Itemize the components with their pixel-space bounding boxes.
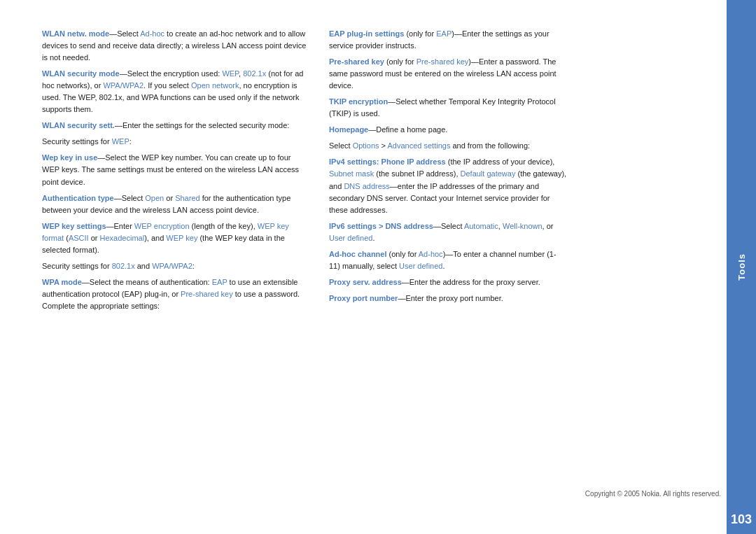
security-8021x-rest2: : bbox=[192, 262, 195, 270]
8021x-heading-link[interactable]: 802.1x bbox=[112, 262, 135, 270]
wep-encryption-link[interactable]: WEP encryption bbox=[134, 222, 190, 230]
open-link[interactable]: Open bbox=[145, 194, 164, 202]
well-known-link[interactable]: Well-known bbox=[503, 222, 542, 230]
advanced-settings-link[interactable]: Advanced settings bbox=[388, 141, 451, 150]
homepage-dash: —Define a home page. bbox=[368, 125, 447, 134]
ipv4-rest2: (the subnet IP address), bbox=[374, 169, 460, 178]
wpawpa2-heading-link[interactable]: WPA/WPA2 bbox=[152, 262, 192, 270]
security-wep-text: Security settings for bbox=[42, 137, 112, 146]
select-text: Select bbox=[329, 141, 353, 150]
proxy-port-number-para: Proxy port number—Enter the proxy port n… bbox=[329, 293, 567, 304]
wpawpa2-link[interactable]: WPA/WPA2 bbox=[103, 81, 144, 90]
ipv6-rest3: . bbox=[372, 234, 374, 242]
wep-key-rest3: or bbox=[89, 234, 100, 242]
8021x-link[interactable]: 802.1x bbox=[243, 69, 266, 78]
tkip-encryption-para: TKIP encryption—Select whether Temporal … bbox=[329, 96, 567, 120]
wpa-mode-para: WPA mode—Select the means of authenticat… bbox=[42, 276, 308, 312]
wlan-netw-mode-dash: —Select bbox=[109, 29, 140, 38]
security-8021x-text: Security settings for bbox=[42, 262, 112, 270]
adhoc-channel-para: Ad-hoc channel (only for Ad-hoc)—To ente… bbox=[329, 248, 567, 272]
proxy-port-dash: —Enter the proxy port number. bbox=[398, 294, 503, 302]
dns-address-link[interactable]: DNS address bbox=[344, 182, 389, 190]
subnet-mask-link[interactable]: Subnet mask bbox=[329, 169, 374, 178]
shared-link[interactable]: Shared bbox=[175, 194, 200, 202]
page-number-box: 103 bbox=[727, 505, 756, 534]
wep-key-in-use-label: Wep key in use bbox=[42, 153, 97, 162]
wep-key-rest2: ( bbox=[64, 234, 69, 242]
wep-key-settings-label: WEP key settings bbox=[42, 222, 106, 230]
security-8021x-heading-para: Security settings for 802.1x and WPA/WPA… bbox=[42, 260, 308, 272]
eap-only-link[interactable]: EAP bbox=[436, 29, 451, 38]
adhoc-rest3: . bbox=[442, 262, 444, 270]
wlan-netw-mode-label: WLAN netw. mode bbox=[42, 29, 109, 38]
main-content: WLAN netw. mode—Select Ad-hoc to create … bbox=[0, 0, 727, 534]
ipv4-label: IPv4 settings: Phone IP address bbox=[329, 157, 446, 166]
security-wep-rest: : bbox=[130, 137, 132, 146]
sidebar-tools-label: Tools bbox=[736, 253, 747, 281]
wlan-security-sett-label: WLAN security sett. bbox=[42, 121, 115, 129]
auth-type-dash: —Select bbox=[114, 194, 146, 202]
adhoc-link[interactable]: Ad-hoc bbox=[140, 29, 164, 38]
copyright-text: Copyright © 2005 Nokia. All rights reser… bbox=[585, 490, 721, 498]
pre-shared-key-link1[interactable]: Pre-shared key bbox=[181, 290, 233, 298]
wpa-mode-dash: —Select the means of authentication: bbox=[82, 278, 212, 286]
auth-type-label: Authentication type bbox=[42, 194, 114, 202]
proxy-serv-address-para: Proxy serv. address—Enter the address fo… bbox=[329, 276, 567, 288]
pre-shared-key-label: Pre-shared key bbox=[329, 57, 384, 66]
eap-plugin-label: EAP plug-in settings bbox=[329, 29, 404, 38]
options-rest1: > bbox=[379, 141, 388, 150]
eap-plugin-rest1: (only for bbox=[404, 29, 436, 38]
tkip-label: TKIP encryption bbox=[329, 97, 388, 106]
wlan-security-mode-para: WLAN security mode—Select the encryption… bbox=[42, 68, 308, 115]
wep-key-in-use-para: Wep key in use—Select the WEP key number… bbox=[42, 152, 308, 188]
wpa-mode-label: WPA mode bbox=[42, 278, 82, 286]
homepage-para: Homepage—Define a home page. bbox=[329, 124, 567, 136]
adhoc-channel-label: Ad-hoc channel bbox=[329, 250, 387, 258]
wep-key-settings-para: WEP key settings—Enter WEP encryption (l… bbox=[42, 220, 308, 256]
wlan-security-sett-dash: —Enter the settings for the selected sec… bbox=[115, 121, 289, 129]
pre-shared-key-para: Pre-shared key (only for Pre-shared key)… bbox=[329, 56, 567, 92]
user-defined-link[interactable]: User defined bbox=[329, 234, 372, 242]
ipv4-rest1: (the IP address of your device), bbox=[446, 157, 555, 166]
proxy-serv-dash: —Enter the address for the proxy server. bbox=[402, 278, 540, 286]
wlan-netw-mode-para: WLAN netw. mode—Select Ad-hoc to create … bbox=[42, 28, 308, 64]
wlan-security-sett-para: WLAN security sett.—Enter the settings f… bbox=[42, 120, 308, 132]
wep-link[interactable]: WEP bbox=[222, 69, 239, 78]
wep-heading-link[interactable]: WEP bbox=[112, 137, 130, 146]
security-8021x-rest1: and bbox=[135, 262, 152, 270]
wlan-security-mode-dash: —Select the encryption used: bbox=[120, 69, 223, 78]
page-container: WLAN netw. mode—Select Ad-hoc to create … bbox=[0, 0, 756, 534]
pre-shared-key-link[interactable]: Pre-shared key bbox=[416, 57, 469, 66]
default-gateway-link[interactable]: Default gateway bbox=[461, 169, 516, 178]
ipv6-label: IPv6 settings > DNS address bbox=[329, 222, 433, 230]
user-defined-link2[interactable]: User defined bbox=[399, 262, 442, 270]
wlan-sec-rest3: . If you select bbox=[144, 81, 191, 90]
ipv4-settings-para: IPv4 settings: Phone IP address (the IP … bbox=[329, 156, 567, 216]
options-advanced-para: Select Options > Advanced settings and f… bbox=[329, 140, 567, 152]
adhoc-link2[interactable]: Ad-hoc bbox=[419, 250, 443, 258]
authentication-type-para: Authentication type—Select Open or Share… bbox=[42, 192, 308, 216]
right-column: EAP plug-in settings (only for EAP)—Ente… bbox=[329, 28, 567, 506]
eap-plugin-para: EAP plug-in settings (only for EAP)—Ente… bbox=[329, 28, 567, 52]
proxy-port-label: Proxy port number bbox=[329, 294, 398, 302]
wep-key-settings-dash: —Enter bbox=[106, 222, 134, 230]
ipv6-settings-para: IPv6 settings > DNS address—Select Autom… bbox=[329, 220, 567, 244]
wep-key-link[interactable]: WEP key bbox=[166, 234, 197, 242]
sidebar: Tools 103 bbox=[727, 0, 756, 534]
security-wep-heading-para: Security settings for WEP: bbox=[42, 136, 308, 148]
eap-link[interactable]: EAP bbox=[212, 278, 227, 286]
ipv6-rest2: , or bbox=[542, 222, 554, 230]
hexadecimal-link[interactable]: Hexadecimal bbox=[100, 234, 145, 242]
open-network-link[interactable]: Open network bbox=[191, 81, 239, 90]
ascii-link[interactable]: ASCII bbox=[69, 234, 89, 242]
options-link[interactable]: Options bbox=[353, 141, 379, 150]
ipv6-dash: —Select bbox=[433, 222, 464, 230]
wep-key-rest4: ), and bbox=[144, 234, 166, 242]
proxy-serv-label: Proxy serv. address bbox=[329, 278, 402, 286]
pre-shared-rest1: (only for bbox=[384, 57, 416, 66]
adhoc-rest1: (only for bbox=[387, 250, 419, 258]
homepage-label: Homepage bbox=[329, 125, 368, 134]
automatic-link[interactable]: Automatic bbox=[464, 222, 498, 230]
page-number: 103 bbox=[731, 512, 752, 527]
wep-key-rest1: (length of the key), bbox=[190, 222, 258, 230]
